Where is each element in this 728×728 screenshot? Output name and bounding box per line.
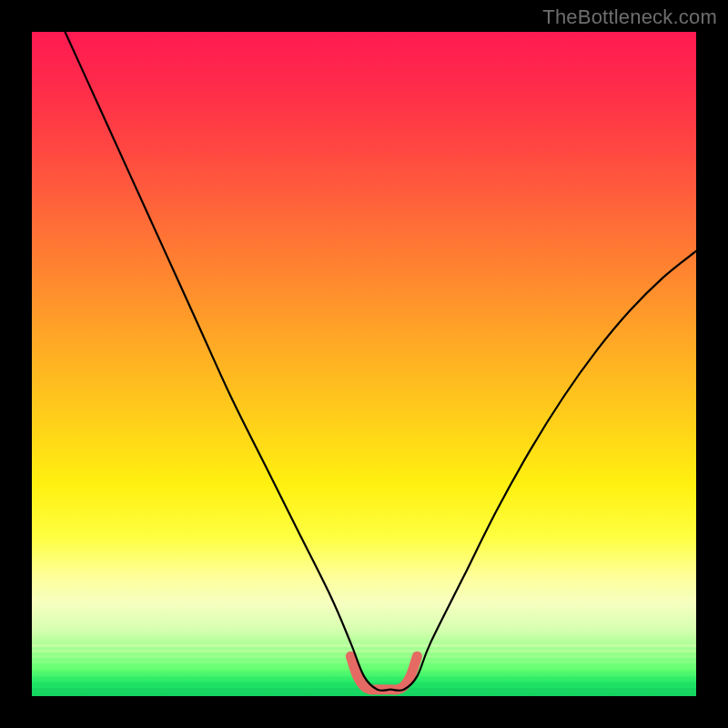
optimal-marker (350, 656, 417, 690)
chart-svg (32, 32, 696, 696)
chart-stage: TheBottleneck.com (0, 0, 728, 728)
bottleneck-curve-path (66, 32, 697, 691)
optimal-marker-path (350, 656, 417, 690)
plot-area (32, 32, 696, 696)
watermark-text: TheBottleneck.com (542, 5, 717, 29)
bottleneck-curve (66, 32, 697, 691)
